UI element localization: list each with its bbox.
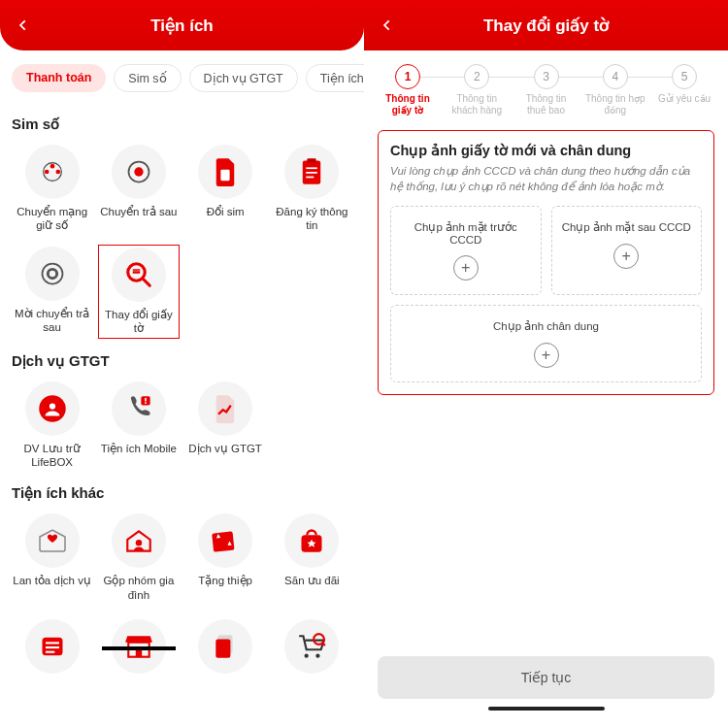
header: Thay đổi giấy tờ [364, 0, 728, 50]
heart-mail-icon [25, 513, 80, 568]
svg-point-3 [50, 164, 54, 169]
plus-icon: + [613, 244, 639, 269]
svg-rect-36 [215, 639, 230, 657]
step-label: Thông tin khách hàng [447, 93, 507, 116]
item-label: Chuyển trả sau [100, 205, 177, 218]
upload-row: Chụp ảnh mặt trước CCCD + Chụp ảnh mặt s… [390, 206, 702, 295]
item-label: Chuyển mạng giữ số [12, 205, 92, 233]
sim-icon [198, 145, 252, 199]
item-extra-1[interactable] [12, 617, 92, 681]
plus-icon: + [534, 343, 559, 368]
gift-card-icon [198, 513, 252, 568]
item-label: Gộp nhóm gia đình [98, 574, 179, 602]
section-title-gtgt: Dịch vụ GTGT [12, 352, 352, 370]
svg-point-13 [48, 269, 56, 278]
item-gop-nhom[interactable]: Gộp nhóm gia đình [98, 512, 179, 604]
tab-sim-so[interactable]: Sim số [114, 64, 181, 92]
item-moi-chuyen[interactable]: Mời chuyển trả sau [12, 245, 92, 339]
item-extra-4[interactable] [272, 617, 352, 681]
svg-point-2 [55, 170, 60, 175]
svg-rect-9 [307, 167, 318, 169]
svg-rect-30 [46, 642, 59, 644]
upload-front-cccd[interactable]: Chụp ảnh mặt trước CCCD + [390, 206, 542, 295]
card-subtitle: Vui lòng chụp ảnh CCCD và chân dung theo… [390, 164, 702, 194]
section-title-khac: Tiện ích khác [12, 484, 352, 502]
screen-utilities: Tiện ích Thanh toán Sim số Dịch vụ GTGT … [0, 0, 364, 728]
step-3[interactable]: 3 Thông tin thuê bao [516, 64, 577, 116]
item-chuyen-mang[interactable]: Chuyển mạng giữ số [12, 143, 92, 235]
circle-arrows-icon [112, 145, 166, 199]
circle-arrows-icon [25, 247, 80, 301]
svg-rect-6 [221, 170, 230, 182]
header-title: Thay đổi giấy tờ [483, 16, 609, 36]
svg-rect-8 [308, 158, 316, 163]
item-dang-ky-tt[interactable]: Đăng ký thông tin [272, 143, 352, 235]
content-scroll[interactable]: Sim số Chuyển mạng giữ số Chuyển trả sau… [0, 116, 364, 687]
step-number: 1 [395, 64, 420, 89]
header-title: Tiện ích [150, 16, 213, 36]
tab-tien-ich-khac[interactable]: Tiện ích kh [306, 64, 364, 92]
item-label: DV Lưu trữ LifeBOX [12, 442, 92, 470]
svg-point-5 [134, 167, 143, 176]
item-san-uu-dai[interactable]: Săn ưu đãi [272, 512, 352, 604]
item-chuyen-tra-sau[interactable]: Chuyển trả sau [98, 143, 179, 235]
item-label: Lan tỏa dịch vụ [13, 574, 91, 587]
bag-icon [284, 513, 339, 568]
item-thay-doi-giay-to[interactable]: Thay đổi giấy tờ [98, 245, 179, 339]
svg-point-12 [42, 263, 62, 283]
grid-khac: Lan tỏa dịch vụ Gộp nhóm gia đình Tặng t… [12, 512, 352, 604]
step-number: 2 [464, 64, 489, 89]
item-label: Thay đổi giấy tờ [99, 308, 178, 336]
item-extra-3[interactable] [185, 617, 266, 681]
section-title-sim: Sim số [12, 116, 352, 133]
back-button[interactable] [12, 14, 35, 37]
step-1[interactable]: 1 Thông tin giấy tờ [378, 64, 438, 116]
back-button[interactable] [376, 14, 399, 37]
tab-thanh-toan[interactable]: Thanh toán [12, 64, 106, 92]
item-label: Tặng thiệp [198, 574, 252, 587]
item-label: Đổi sim [207, 205, 245, 218]
doc-icon [198, 381, 252, 436]
item-label: Đăng ký thông tin [272, 205, 352, 233]
svg-point-38 [316, 654, 320, 658]
body: 1 Thông tin giấy tờ 2 Thông tin khách hà… [364, 50, 728, 395]
header: Tiện ích [0, 0, 364, 50]
upload-back-cccd[interactable]: Chụp ảnh mặt sau CCCD + [551, 206, 703, 295]
item-doi-sim[interactable]: Đổi sim [185, 143, 266, 235]
step-2[interactable]: 2 Thông tin khách hàng [447, 64, 507, 116]
item-extra-2[interactable] [98, 617, 179, 681]
step-4[interactable]: 4 Thông tin hợp đồng [585, 64, 645, 116]
list-icon [25, 619, 80, 674]
upload-label: Chụp ảnh mặt sau CCCD [558, 220, 696, 234]
family-icon [112, 513, 166, 568]
home-indicator [488, 707, 605, 711]
tab-gtgt[interactable]: Dịch vụ GTGT [189, 64, 298, 92]
item-dv-gtgt[interactable]: Dịch vụ GTGT [185, 380, 266, 472]
item-lan-toa[interactable]: Lan tỏa dịch vụ [12, 512, 92, 604]
svg-rect-32 [46, 651, 54, 653]
step-number: 4 [603, 64, 628, 89]
continue-button[interactable]: Tiếp tục [378, 656, 714, 699]
footer: Tiếp tục [364, 645, 728, 728]
item-tang-thiep[interactable]: Tặng thiệp [185, 512, 266, 604]
lifebox-icon [25, 381, 80, 436]
upload-label: Chụp ảnh mặt trước CCCD [397, 220, 535, 246]
step-label: Gửi yêu cầu [658, 93, 711, 105]
item-label: Mời chuyển trả sau [12, 307, 92, 335]
step-5[interactable]: 5 Gửi yêu cầu [654, 64, 714, 105]
transfer-icon [25, 145, 80, 199]
plus-icon: + [453, 255, 479, 281]
cart-icon [284, 619, 339, 674]
svg-rect-21 [145, 397, 147, 401]
item-label: Tiện ích Mobile [101, 442, 177, 455]
item-lifebox[interactable]: DV Lưu trữ LifeBOX [12, 380, 92, 472]
upload-card: Chụp ảnh giấy tờ mới và chân dung Vui lò… [378, 130, 714, 395]
item-tien-ich-mobile[interactable]: Tiện ích Mobile [98, 380, 179, 472]
tabs-bar: Thanh toán Sim số Dịch vụ GTGT Tiện ích … [0, 50, 364, 102]
svg-point-37 [305, 654, 309, 658]
upload-portrait[interactable]: Chụp ảnh chân dung + [390, 305, 702, 382]
card-title: Chụp ảnh giấy tờ mới và chân dung [390, 143, 702, 158]
grid-sim: Chuyển mạng giữ số Chuyển trả sau Đổi si… [12, 143, 352, 339]
svg-point-23 [136, 540, 142, 546]
upload-label: Chụp ảnh chân dung [397, 319, 695, 333]
